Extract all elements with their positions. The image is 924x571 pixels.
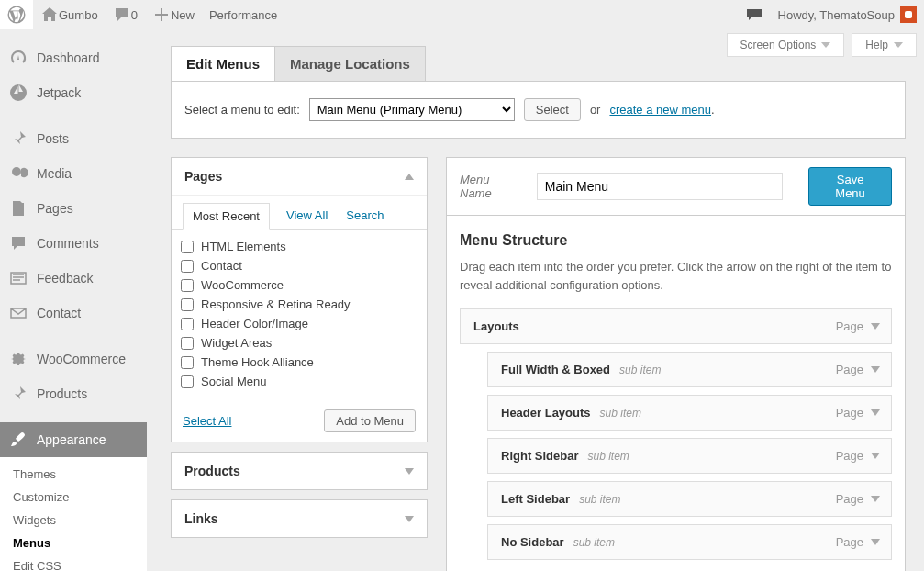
- add-to-menu-button[interactable]: Add to Menu: [324, 409, 416, 432]
- page-checkbox[interactable]: [181, 279, 194, 292]
- pages-tab-recent[interactable]: Most Recent: [183, 203, 270, 230]
- chevron-down-icon[interactable]: [871, 366, 880, 373]
- chevron-up-icon: [405, 174, 414, 180]
- or-text: or: [590, 103, 601, 117]
- menu-item-type: Page: [836, 406, 863, 420]
- submenu-menus[interactable]: Menus: [0, 532, 147, 554]
- page-checklist-item[interactable]: Theme Hook Alliance: [181, 353, 417, 372]
- sidebar-item-comments[interactable]: Comments: [0, 226, 147, 261]
- sidebar-item-pages[interactable]: Pages: [0, 191, 147, 226]
- menu-name-input[interactable]: [537, 173, 783, 200]
- chevron-down-icon[interactable]: [871, 539, 880, 545]
- page-checkbox[interactable]: [181, 375, 194, 388]
- feedback-icon: [9, 269, 28, 287]
- chevron-down-icon: [821, 42, 830, 48]
- page-checklist-item[interactable]: Responsive & Retina Ready: [181, 295, 417, 314]
- metabox-pages-header[interactable]: Pages: [172, 158, 427, 196]
- page-checklist-item[interactable]: Contact: [181, 256, 417, 275]
- chevron-down-icon[interactable]: [871, 323, 880, 330]
- page-checklist-item[interactable]: HTML Elements: [181, 237, 417, 256]
- page-checkbox[interactable]: [181, 318, 194, 330]
- admin-sidebar: Dashboard Jetpack Posts Media Pages Comm…: [0, 29, 147, 571]
- notifications-menu[interactable]: [738, 0, 771, 29]
- sidebar-item-jetpack[interactable]: Jetpack: [0, 75, 147, 110]
- sidebar-item-dashboard[interactable]: Dashboard: [0, 40, 147, 75]
- comments-menu[interactable]: 0: [106, 0, 145, 29]
- page-item-label: Social Menu: [201, 375, 267, 388]
- my-account[interactable]: Howdy, ThematoSoup: [771, 0, 924, 29]
- new-content-menu[interactable]: New: [145, 0, 202, 29]
- plus-icon: [152, 6, 171, 24]
- page-checkbox[interactable]: [181, 241, 194, 253]
- page-checkbox[interactable]: [181, 337, 194, 350]
- pages-tab-viewall[interactable]: View All: [284, 203, 329, 229]
- menu-item[interactable]: Left Sidebarsub itemPage: [487, 481, 892, 517]
- metabox-links: Links: [171, 499, 428, 538]
- tab-manage-locations[interactable]: Manage Locations: [275, 46, 426, 81]
- page-checkbox[interactable]: [181, 298, 194, 311]
- site-name-menu[interactable]: Gumbo: [33, 0, 106, 29]
- menu-item-type: Page: [836, 492, 863, 506]
- menu-item-type: Page: [836, 319, 863, 333]
- page-item-label: Header Color/Image: [201, 317, 308, 330]
- metabox-links-header[interactable]: Links: [172, 500, 427, 537]
- chevron-down-icon[interactable]: [871, 453, 880, 459]
- page-checklist-item[interactable]: Header Color/Image: [181, 314, 417, 333]
- home-icon: [40, 6, 59, 24]
- sidebar-item-products[interactable]: Products: [0, 376, 147, 411]
- menu-item-sub: sub item: [619, 364, 661, 376]
- menu-structure: Menu Structure Drag each item into the o…: [446, 216, 906, 571]
- menu-edit-column: Menu Name Save Menu Menu Structure Drag …: [446, 157, 906, 571]
- menu-item[interactable]: Full Width & Boxedsub itemPage: [487, 352, 892, 387]
- select-button[interactable]: Select: [524, 98, 581, 121]
- page-checklist-item[interactable]: Widget Areas: [181, 333, 417, 353]
- pages-tab-search[interactable]: Search: [344, 203, 385, 229]
- pages-checklist[interactable]: HTML ElementsContactWooCommerceResponsiv…: [172, 230, 427, 400]
- select-all-link[interactable]: Select All: [183, 414, 231, 428]
- chevron-down-icon[interactable]: [871, 409, 880, 416]
- howdy-text: Howdy, ThematoSoup: [778, 8, 895, 22]
- metabox-pages: Pages Most Recent View All Search HTML E…: [171, 157, 428, 442]
- menu-item[interactable]: Header Layoutssub itemPage: [487, 395, 892, 431]
- sidebar-item-media[interactable]: Media: [0, 156, 147, 191]
- menu-item-title: Left Sidebar: [501, 492, 570, 506]
- sidebar-item-posts[interactable]: Posts: [0, 121, 147, 156]
- admin-bar: Gumbo 0 New Performance Howdy, ThematoSo…: [0, 0, 924, 29]
- menu-select[interactable]: Main Menu (Primary Menu): [309, 98, 515, 121]
- sidebar-item-woocommerce[interactable]: WooCommerce: [0, 341, 147, 376]
- menu-name-label: Menu Name: [460, 173, 524, 200]
- page-checkbox[interactable]: [181, 356, 194, 369]
- submenu-edit-css[interactable]: Edit CSS: [0, 554, 147, 571]
- page-checkbox[interactable]: [181, 260, 194, 273]
- save-menu-button[interactable]: Save Menu: [808, 167, 892, 206]
- sidebar-item-appearance[interactable]: Appearance: [0, 422, 147, 457]
- gear-icon: [9, 350, 28, 368]
- menu-item[interactable]: Right Sidebarsub itemPage: [487, 438, 892, 474]
- menu-item[interactable]: No Sidebarsub itemPage: [487, 524, 892, 560]
- page-item-label: Theme Hook Alliance: [201, 355, 314, 369]
- performance-menu[interactable]: Performance: [202, 0, 284, 29]
- submenu-widgets[interactable]: Widgets: [0, 509, 147, 532]
- screen-meta-links: Screen Options Help: [727, 33, 917, 57]
- menu-item-type: Page: [836, 535, 863, 549]
- chevron-down-icon[interactable]: [871, 496, 880, 502]
- page-checklist-item[interactable]: Social Menu: [181, 372, 417, 391]
- sidebar-item-feedback[interactable]: Feedback: [0, 261, 147, 296]
- tab-edit-menus[interactable]: Edit Menus: [171, 46, 275, 81]
- submenu-customize[interactable]: Customize: [0, 486, 147, 509]
- wp-logo-menu[interactable]: [0, 0, 33, 29]
- menu-item-sub: sub item: [573, 536, 615, 549]
- menu-item-title: Full Width & Boxed: [501, 363, 610, 376]
- metabox-products-header[interactable]: Products: [172, 453, 427, 489]
- site-name: Gumbo: [59, 8, 98, 22]
- menu-item[interactable]: LayoutsPage: [460, 308, 892, 344]
- comment-count: 0: [131, 8, 138, 22]
- help-button[interactable]: Help: [852, 33, 917, 57]
- submenu-themes[interactable]: Themes: [0, 463, 147, 486]
- page-checklist-item[interactable]: WooCommerce: [181, 275, 417, 295]
- jetpack-icon: [9, 84, 28, 102]
- pages-tabs: Most Recent View All Search: [172, 196, 427, 230]
- screen-options-button[interactable]: Screen Options: [727, 33, 845, 57]
- create-menu-link[interactable]: create a new menu: [609, 103, 711, 117]
- sidebar-item-contact[interactable]: Contact: [0, 296, 147, 330]
